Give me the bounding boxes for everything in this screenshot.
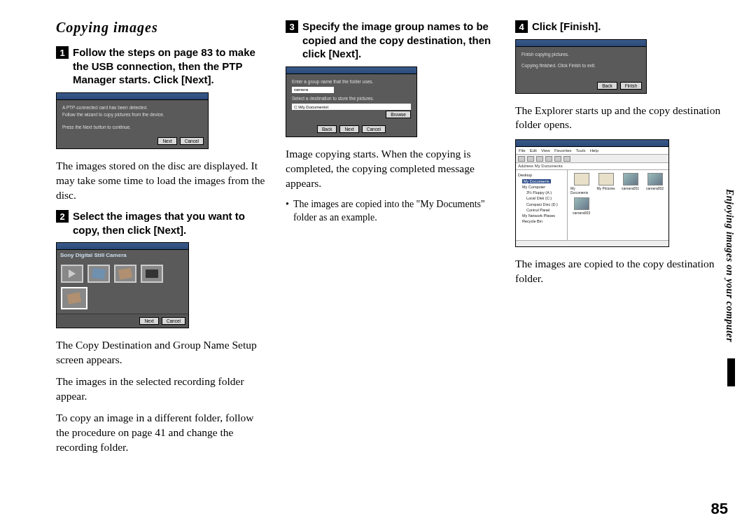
menu-edit[interactable]: Edit (530, 148, 537, 153)
tree-item[interactable]: Local Disk (C:) (518, 195, 565, 201)
dialog-body: Enter a group name that the folder uses.… (286, 74, 416, 123)
toolbar-button-icon[interactable] (536, 156, 543, 162)
dialog-label: Enter a group name that the folder uses. (292, 78, 411, 85)
tree-item[interactable]: My Computer (518, 184, 565, 190)
dialog-text: A PTP-connected card has been detected. (62, 104, 202, 111)
tree-item[interactable]: Compact Disc (D:) (518, 202, 565, 207)
dialog-titlebar (286, 67, 416, 74)
back-button[interactable]: Back (317, 125, 337, 133)
bullet-icon: • (286, 198, 289, 225)
thumbnail-icon (67, 293, 81, 304)
step-2-description-b: The images in the selected recording fol… (56, 374, 266, 404)
explorer-address-bar[interactable]: Address My Documents (516, 163, 668, 170)
explorer-statusbar (516, 240, 668, 246)
menu-view[interactable]: View (541, 148, 550, 153)
page-title: Copying images (56, 20, 266, 36)
menu-help[interactable]: Help (590, 148, 598, 153)
folder-icon (598, 173, 614, 186)
menu-tools[interactable]: Tools (576, 148, 586, 153)
step-3-note-text: The images are copied into the "My Docum… (293, 198, 496, 225)
dialog-titlebar (516, 40, 646, 47)
toolbar-button-icon[interactable] (564, 156, 570, 162)
tree-item[interactable]: Desktop (518, 172, 565, 178)
cancel-button[interactable]: Cancel (162, 317, 186, 325)
thumbnail-item[interactable] (61, 265, 83, 283)
screenshot-ptp-manager-start: A PTP-connected card has been detected. … (56, 92, 209, 149)
next-button[interactable]: Next (340, 125, 358, 133)
step-2-description-c: To copy an image in a different folder, … (56, 411, 266, 455)
back-button[interactable]: Back (597, 82, 617, 90)
folder-item[interactable]: My Documents (570, 173, 592, 195)
folder-label: My Pictures (596, 186, 615, 190)
dialog-titlebar (57, 243, 188, 250)
explorer-body: Desktop My Documents My Computer 3½ Flop… (516, 170, 668, 240)
step-3-note: • The images are copied into the "My Doc… (286, 198, 496, 225)
file-item[interactable]: camera001 (620, 173, 641, 195)
tree-item-selected[interactable]: My Documents (522, 179, 551, 183)
dialog-body: A PTP-connected card has been detected. … (57, 100, 208, 134)
dialog-text: Press the Next button to continue. (62, 124, 202, 131)
next-button[interactable]: Next (158, 137, 176, 145)
dialog-label: Select a destination to store the pictur… (292, 95, 411, 102)
step-3-description: Image copying starts. When the copying i… (286, 147, 496, 191)
tree-item[interactable]: 3½ Floppy (A:) (518, 190, 565, 195)
browse-button[interactable]: Browse (386, 111, 411, 118)
thumbnail-grid (57, 260, 188, 314)
cancel-button[interactable]: Cancel (362, 125, 386, 133)
menu-file[interactable]: File (519, 148, 526, 153)
thumbnail-item[interactable] (88, 265, 110, 283)
dialog-button-row: Back Next Cancel (286, 122, 416, 136)
file-item[interactable]: camera003 (570, 197, 592, 215)
toolbar-button-icon[interactable] (545, 156, 552, 162)
thumbnail-panel-title: Sony Digital Still Camera (57, 250, 188, 260)
thumbnail-icon (69, 270, 76, 278)
thumbnail-item[interactable] (141, 265, 163, 283)
group-name-field[interactable]: camera (292, 87, 334, 93)
step-2: 2 Select the images that you want to cop… (56, 209, 266, 237)
image-icon (623, 173, 638, 186)
step-1-description: The images stored on the disc are displa… (56, 159, 266, 203)
tree-item[interactable]: My Network Places (518, 213, 565, 218)
toolbar-button-icon[interactable] (527, 156, 534, 162)
thumbnail-icon (92, 268, 106, 279)
file-label: camera002 (646, 186, 664, 190)
screenshot-finish-dialog: Finish copying pictures. Copying finishe… (515, 39, 647, 94)
step-1-number-icon: 1 (56, 46, 69, 59)
image-icon (574, 197, 589, 210)
dialog-text: Copying finished. Click Finish to exit. (522, 62, 640, 69)
step-4-text: Click [Finish]. (532, 20, 601, 34)
thumbnail-item-selected[interactable] (61, 287, 88, 309)
dialog-button-row: Next Cancel (57, 134, 208, 148)
folder-label: My Documents (570, 186, 592, 195)
next-button[interactable]: Next (139, 317, 158, 325)
explorer-file-pane[interactable]: My Documents My Pictures camera001 camer… (568, 170, 668, 240)
thumbnail-item[interactable] (114, 265, 136, 283)
image-icon (648, 173, 663, 186)
menu-favorites[interactable]: Favorites (554, 148, 572, 153)
step-4-description-page-b: The images are copied to the copy destin… (515, 257, 725, 286)
step-3-number-icon: 3 (286, 20, 298, 33)
step-4-number-icon: 4 (515, 20, 528, 33)
step-4-description-a: The Explorer starts up and the copy dest… (515, 104, 725, 133)
toolbar-button-icon[interactable] (518, 156, 525, 162)
finish-button[interactable]: Finish (620, 82, 642, 90)
destination-path-field[interactable]: C:\My Documents\ (292, 104, 411, 110)
file-item[interactable]: camera002 (644, 173, 666, 195)
cancel-button[interactable]: Cancel (180, 137, 204, 145)
screenshot-image-selection: Sony Digital Still Camera Next Cancel (56, 242, 189, 328)
tree-item[interactable]: Control Panel (518, 207, 565, 213)
step-2-description-a: The Copy Destination and Group Name Setu… (56, 338, 266, 368)
explorer-tree-pane[interactable]: Desktop My Documents My Computer 3½ Flop… (516, 170, 568, 240)
side-section-label: Enjoying images on your computer (724, 189, 735, 342)
toolbar-button-icon[interactable] (554, 156, 561, 162)
thumbnail-icon (118, 268, 132, 280)
tree-item[interactable]: Recycle Bin (518, 218, 565, 224)
step-1-text: Follow the steps on page 83 to make the … (73, 46, 266, 87)
file-label: camera001 (622, 186, 639, 190)
step-3-text: Specify the image group names to be copi… (302, 20, 496, 61)
side-tab-marker-icon (727, 358, 735, 386)
dialog-button-row: Back Finish (516, 79, 646, 93)
column-2: 3 Specify the image group names to be co… (286, 20, 496, 462)
folder-item[interactable]: My Pictures (595, 173, 617, 195)
column-1: Copying images 1 Follow the steps on pag… (56, 20, 266, 462)
